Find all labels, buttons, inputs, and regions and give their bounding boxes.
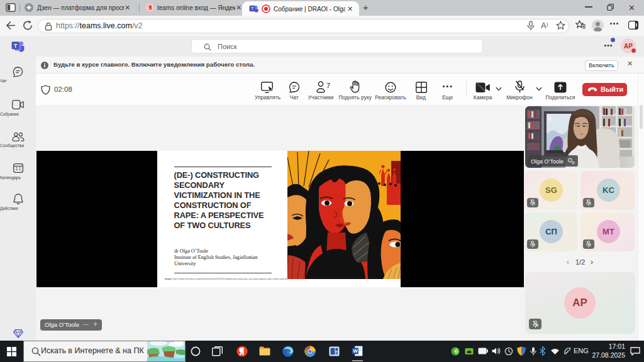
svg-text:T: T [14,42,18,49]
svg-text:W: W [353,348,358,354]
svg-text:Olga O’Toole: Olga O’Toole [531,158,564,165]
svg-text:T: T [251,6,254,11]
